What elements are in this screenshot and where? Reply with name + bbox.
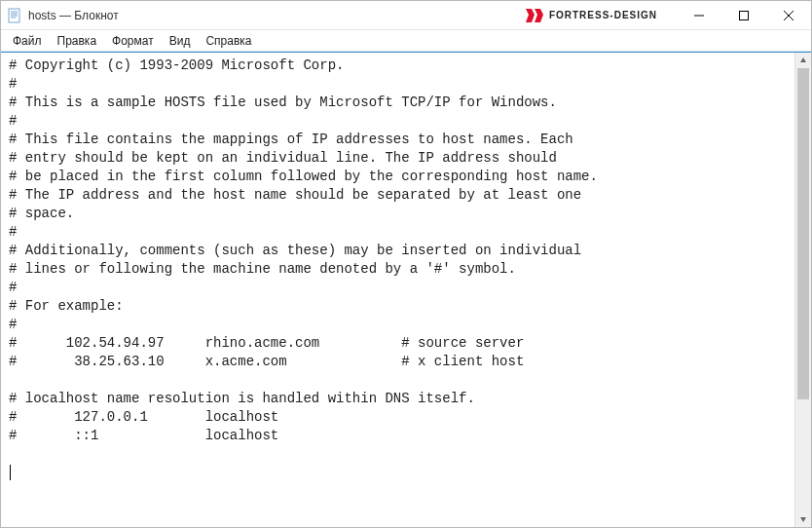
brand-text: FORTRESS-DESIGN (549, 10, 657, 20)
close-button[interactable] (766, 1, 811, 30)
notepad-app-icon (7, 8, 22, 23)
maximize-button[interactable] (721, 1, 766, 30)
svg-rect-8 (740, 11, 749, 19)
minimize-button[interactable] (677, 1, 721, 30)
scroll-thumb[interactable] (797, 68, 809, 399)
titlebar[interactable]: hosts — Блокнот FORTRESS-DESIGN (1, 1, 811, 30)
scroll-up-arrow-icon[interactable] (795, 53, 811, 68)
scroll-down-arrow-icon[interactable] (795, 511, 811, 527)
window-controls (677, 1, 811, 30)
svg-marker-12 (800, 517, 806, 522)
vertical-scrollbar[interactable] (794, 53, 811, 527)
brand-watermark: FORTRESS-DESIGN (526, 9, 657, 22)
notepad-window: hosts — Блокнот FORTRESS-DESIGN (0, 0, 812, 528)
text-editor[interactable]: # Copyright (c) 1993-2009 Microsoft Corp… (1, 53, 794, 527)
editor-content: # Copyright (c) 1993-2009 Microsoft Corp… (9, 57, 598, 443)
menu-help[interactable]: Справка (198, 32, 259, 50)
brand-logo-icon (526, 9, 543, 22)
menu-format[interactable]: Формат (104, 32, 162, 50)
window-title: hosts — Блокнот (28, 9, 119, 22)
menu-edit[interactable]: Правка (50, 32, 105, 50)
svg-marker-5 (526, 9, 535, 22)
editor-wrap: # Copyright (c) 1993-2009 Microsoft Corp… (1, 52, 811, 527)
svg-marker-11 (800, 57, 806, 62)
menu-view[interactable]: Вид (162, 32, 199, 50)
menu-file[interactable]: Файл (5, 32, 50, 50)
text-caret (10, 465, 11, 480)
menubar: Файл Правка Формат Вид Справка (1, 30, 811, 52)
svg-marker-6 (535, 9, 543, 22)
